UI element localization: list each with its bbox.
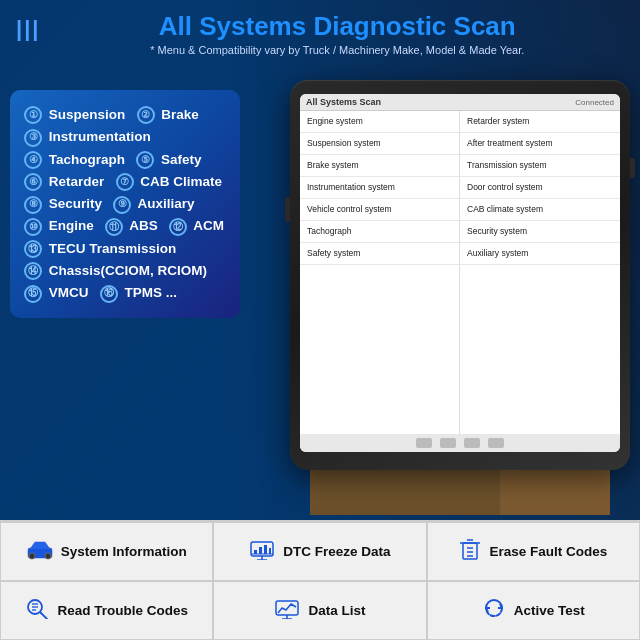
sub-title: * Menu & Compatibility vary by Truck / M… — [50, 44, 624, 56]
feature-item-10: ⑩ Engine ⑪ ABS ⑫ ACM — [24, 215, 226, 237]
active-test-icon — [482, 596, 506, 626]
system-information-icon — [27, 538, 53, 566]
svg-point-1 — [29, 553, 35, 559]
system-information-button[interactable]: System Information — [0, 522, 213, 581]
menu-icon: ||| — [16, 16, 40, 42]
feature-num-12: ⑫ — [169, 218, 187, 236]
screen-header: All Systems Scan Connected — [300, 94, 620, 111]
svg-rect-6 — [254, 550, 257, 554]
screen-row-vehicle-control[interactable]: Vehicle control system — [300, 199, 459, 221]
data-list-button[interactable]: Data List — [213, 581, 426, 640]
screen-row-suspension[interactable]: Suspension system — [300, 133, 459, 155]
active-test-label: Active Test — [514, 603, 585, 618]
feature-num-10: ⑩ — [24, 218, 42, 236]
screen-nav-btn-1[interactable] — [416, 438, 432, 448]
svg-rect-9 — [269, 548, 271, 554]
dtc-freeze-data-icon — [249, 538, 275, 566]
feature-card: ① Suspension ② Brake ③ Instrumentation ④… — [10, 90, 240, 318]
tablet-outer-case: All Systems Scan Connected Engine system… — [290, 80, 630, 470]
dtc-freeze-data-label: DTC Freeze Data — [283, 544, 390, 559]
screen-body: Engine system Suspension system Brake sy… — [300, 111, 620, 434]
main-title: All Systems Diagnostic Scan — [50, 12, 624, 41]
feature-item-14: ⑭ Chassis(CCIOM, RCIOM) — [24, 260, 226, 282]
feature-num-6: ⑥ — [24, 173, 42, 191]
feature-item-8: ⑧ Security ⑨ Auxiliary — [24, 193, 226, 215]
screen-row-safety[interactable]: Safety system — [300, 243, 459, 265]
feature-num-7: ⑦ — [116, 173, 134, 191]
feature-item-3: ③ Instrumentation — [24, 126, 226, 148]
svg-rect-7 — [259, 547, 262, 554]
tablet-device: All Systems Scan Connected Engine system… — [290, 80, 630, 470]
feature-num-9: ⑨ — [113, 196, 131, 214]
feature-item-4: ④ Tachograph ⑤ Safety — [24, 149, 226, 171]
feature-list: ① Suspension ② Brake ③ Instrumentation ④… — [24, 104, 226, 304]
screen-row-tachograph[interactable]: Tachograph — [300, 221, 459, 243]
feature-num-4: ④ — [24, 151, 42, 169]
system-information-label: System Information — [61, 544, 187, 559]
screen-nav-btn-4[interactable] — [488, 438, 504, 448]
svg-rect-8 — [264, 545, 267, 554]
erase-fault-codes-button[interactable]: Erase Fault Codes — [427, 522, 640, 581]
screen-nav-btn-2[interactable] — [440, 438, 456, 448]
screen-row-security[interactable]: Security system — [460, 221, 620, 243]
bottom-toolbar: System Information DTC Freeze Data — [0, 520, 640, 640]
screen-row-auxiliary[interactable]: Auxiliary system — [460, 243, 620, 265]
feature-num-13: ⑬ — [24, 240, 42, 258]
feature-item-13: ⑬ TECU Transmission — [24, 238, 226, 260]
screen-nav-btn-3[interactable] — [464, 438, 480, 448]
read-trouble-codes-label: Read Trouble Codes — [57, 603, 188, 618]
feature-item-1: ① Suspension ② Brake — [24, 104, 226, 126]
feature-num-14: ⑭ — [24, 262, 42, 280]
screen-row-brake[interactable]: Brake system — [300, 155, 459, 177]
screen-footer — [300, 434, 620, 452]
feature-num-15: ⑮ — [24, 285, 42, 303]
feature-num-8: ⑧ — [24, 196, 42, 214]
screen-row-engine[interactable]: Engine system — [300, 111, 459, 133]
feature-item-15: ⑮ VMCU ⑯ TPMS ... — [24, 282, 226, 304]
screen-row-aftertreatment[interactable]: After treatment system — [460, 133, 620, 155]
erase-fault-codes-icon — [459, 537, 481, 567]
data-list-label: Data List — [308, 603, 365, 618]
tablet-screen: All Systems Scan Connected Engine system… — [300, 94, 620, 452]
screen-row-cab-climate[interactable]: CAB climate system — [460, 199, 620, 221]
header-text: All Systems Diagnostic Scan * Menu & Com… — [50, 12, 624, 56]
screen-row-instrumentation[interactable]: Instrumentation system — [300, 177, 459, 199]
data-list-icon — [274, 597, 300, 625]
header: ||| All Systems Diagnostic Scan * Menu &… — [0, 0, 640, 64]
erase-fault-codes-label: Erase Fault Codes — [489, 544, 607, 559]
read-trouble-codes-icon — [25, 597, 49, 625]
feature-num-5: ⑤ — [136, 151, 154, 169]
screen-col-left: Engine system Suspension system Brake sy… — [300, 111, 460, 434]
svg-point-2 — [45, 553, 51, 559]
screen-row-retarder[interactable]: Retarder system — [460, 111, 620, 133]
screen-row-door[interactable]: Door control system — [460, 177, 620, 199]
screen-row-transmission[interactable]: Transmission system — [460, 155, 620, 177]
active-test-button[interactable]: Active Test — [427, 581, 640, 640]
feature-num-1: ① — [24, 106, 42, 124]
read-trouble-codes-button[interactable]: Read Trouble Codes — [0, 581, 213, 640]
feature-num-16: ⑯ — [100, 285, 118, 303]
feature-num-11: ⑪ — [105, 218, 123, 236]
screen-title: All Systems Scan — [306, 97, 381, 107]
feature-item-6: ⑥ Retarder ⑦ CAB Climate — [24, 171, 226, 193]
feature-num-2: ② — [137, 106, 155, 124]
dtc-freeze-data-button[interactable]: DTC Freeze Data — [213, 522, 426, 581]
main-container: ||| All Systems Diagnostic Scan * Menu &… — [0, 0, 640, 640]
screen-status: Connected — [575, 98, 614, 107]
svg-line-19 — [41, 612, 48, 619]
screen-col-right: Retarder system After treatment system T… — [460, 111, 620, 434]
feature-num-3: ③ — [24, 129, 42, 147]
